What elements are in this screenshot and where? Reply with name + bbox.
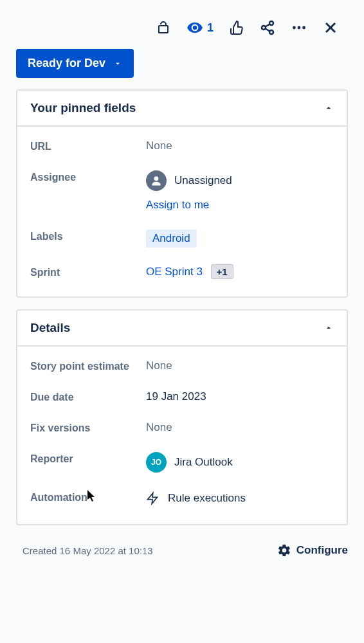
sprint-link[interactable]: OE Sprint 3 bbox=[146, 266, 203, 278]
due-date-value[interactable]: 19 Jan 2023 bbox=[146, 390, 334, 403]
reporter-value[interactable]: JO Jira Outlook bbox=[146, 452, 334, 473]
reporter-label: Reporter bbox=[30, 452, 146, 465]
thumbs-up-icon bbox=[229, 20, 244, 35]
status-label: Ready for Dev bbox=[28, 57, 105, 70]
details-header[interactable]: Details bbox=[17, 311, 347, 347]
svg-point-1 bbox=[262, 26, 266, 30]
lock-icon[interactable] bbox=[156, 20, 171, 35]
assignee-value[interactable]: Unassigned bbox=[146, 170, 334, 191]
automation-label: Automation bbox=[30, 491, 146, 503]
configure-label: Configure bbox=[296, 544, 348, 557]
chevron-up-icon bbox=[323, 103, 334, 113]
fix-versions-value[interactable]: None bbox=[146, 421, 334, 434]
sprint-more-badge[interactable]: +1 bbox=[211, 264, 233, 279]
labels-label: Labels bbox=[30, 230, 146, 242]
configure-button[interactable]: Configure bbox=[277, 543, 348, 557]
more-actions-button[interactable] bbox=[291, 19, 307, 36]
share-icon bbox=[260, 20, 275, 35]
created-timestamp: Created 16 May 2022 at 10:13 bbox=[23, 545, 153, 556]
svg-line-3 bbox=[266, 29, 270, 32]
url-label: URL bbox=[30, 140, 146, 152]
eye-icon bbox=[187, 19, 203, 36]
lightning-icon bbox=[146, 491, 159, 506]
gear-icon bbox=[277, 543, 291, 557]
automation-value[interactable]: Rule executions bbox=[146, 491, 334, 506]
story-points-value[interactable]: None bbox=[146, 359, 334, 372]
assignee-label: Assignee bbox=[30, 170, 146, 183]
details-title: Details bbox=[30, 321, 70, 335]
fix-versions-label: Fix versions bbox=[30, 421, 146, 434]
automation-text: Rule executions bbox=[168, 492, 246, 505]
details-panel: Details Story point estimate None Due da… bbox=[16, 309, 348, 525]
svg-point-6 bbox=[298, 26, 301, 30]
svg-marker-11 bbox=[148, 493, 158, 504]
svg-point-7 bbox=[302, 26, 305, 30]
watch-button[interactable]: 1 bbox=[187, 19, 214, 36]
label-tag[interactable]: Android bbox=[146, 230, 197, 248]
vote-button[interactable] bbox=[229, 20, 244, 35]
status-dropdown[interactable]: Ready for Dev bbox=[16, 49, 134, 78]
svg-line-4 bbox=[266, 24, 270, 27]
close-icon bbox=[323, 20, 338, 35]
assignee-name: Unassigned bbox=[174, 174, 232, 187]
story-points-label: Story point estimate bbox=[30, 359, 146, 372]
sprint-label: Sprint bbox=[30, 266, 146, 278]
reporter-name: Jira Outlook bbox=[174, 456, 233, 469]
watch-count: 1 bbox=[207, 21, 214, 35]
close-button[interactable] bbox=[323, 20, 338, 35]
chevron-up-icon bbox=[323, 323, 334, 333]
svg-point-10 bbox=[154, 176, 159, 181]
more-icon bbox=[291, 19, 307, 36]
svg-point-0 bbox=[269, 21, 273, 25]
pinned-fields-panel: Your pinned fields URL None Assignee Una… bbox=[16, 89, 348, 298]
chevron-down-icon bbox=[113, 59, 122, 68]
svg-point-2 bbox=[269, 30, 273, 34]
pinned-fields-header[interactable]: Your pinned fields bbox=[17, 91, 347, 127]
due-date-label: Due date bbox=[30, 390, 146, 403]
unassigned-avatar-icon bbox=[146, 170, 167, 191]
svg-point-5 bbox=[293, 26, 296, 30]
reporter-avatar: JO bbox=[146, 452, 167, 473]
url-value[interactable]: None bbox=[146, 140, 334, 152]
pinned-fields-title: Your pinned fields bbox=[30, 101, 136, 115]
assign-to-me-link[interactable]: Assign to me bbox=[146, 199, 334, 212]
share-button[interactable] bbox=[260, 20, 275, 35]
